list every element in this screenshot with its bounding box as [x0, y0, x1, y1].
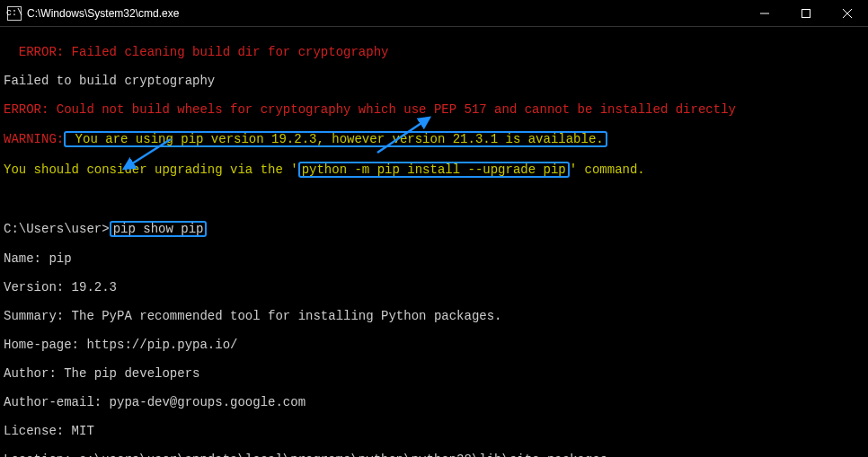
window-titlebar: c:\ C:\Windows\System32\cmd.exe: [0, 0, 868, 27]
window-title: C:\Windows\System32\cmd.exe: [27, 7, 744, 20]
maximize-button[interactable]: [785, 0, 827, 27]
minimize-button[interactable]: [744, 0, 785, 27]
output-line: Home-page: https://pip.pypa.io/: [4, 338, 864, 352]
highlighted-upgrade-cmd: python -m pip install --upgrade pip: [298, 162, 570, 178]
highlighted-warning: You are using pip version 19.2.3, howeve…: [64, 131, 607, 147]
highlighted-command: pip show pip: [110, 221, 208, 237]
svg-rect-1: [802, 9, 810, 17]
output-line: Author: The pip developers: [4, 366, 864, 381]
warning-label: WARNING:: [4, 132, 64, 146]
error-line: ERROR: Could not build wheels for crypto…: [4, 102, 864, 117]
prompt: C:\Users\user>: [4, 222, 110, 236]
close-button[interactable]: [827, 0, 868, 27]
warning-line: WARNING: You are using pip version 19.2.…: [4, 131, 864, 147]
output-line: Name: pip: [4, 251, 864, 266]
upgrade-hint-line: You should consider upgrading via the 'p…: [4, 162, 864, 178]
output-line: License: MIT: [4, 424, 864, 438]
prompt-line: C:\Users\user>pip show pip: [4, 221, 864, 237]
output-line: Author-email: pypa-dev@groups.google.com: [4, 395, 864, 409]
output-line: Summary: The PyPA recommended tool for i…: [4, 309, 864, 323]
window-controls: [744, 0, 868, 27]
cmd-icon: c:\: [7, 6, 22, 21]
terminal-output[interactable]: ERROR: Failed cleaning build dir for cry…: [0, 27, 868, 457]
error-line: ERROR: Failed cleaning build dir for cry…: [4, 45, 864, 59]
output-line: Version: 19.2.3: [4, 280, 864, 294]
output-line: Location: c:\users\user\appdata\local\pr…: [4, 453, 864, 457]
output-line: Failed to build cryptography: [4, 74, 864, 88]
blank-line: [4, 192, 864, 207]
